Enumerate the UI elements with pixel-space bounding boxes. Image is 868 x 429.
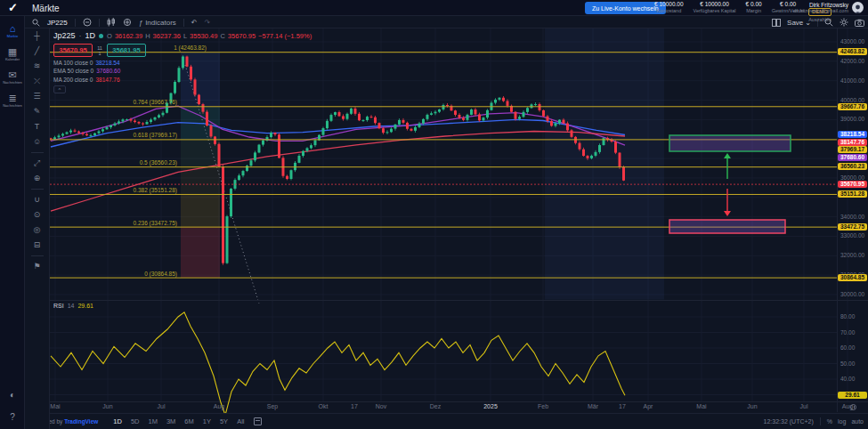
indicator-name: MA 200 close 0 bbox=[53, 77, 93, 83]
drawing-toolbar: ┼╱≋⤫☰✎T☺⤢⊕∪⊙◎⊟⚑ bbox=[25, 28, 50, 429]
pattern-icon[interactable]: ⤫ bbox=[25, 74, 49, 89]
divider bbox=[31, 152, 44, 153]
indicators-button[interactable]: ƒ Indicators bbox=[139, 19, 176, 27]
forecast-icon[interactable]: ☰ bbox=[25, 89, 49, 104]
chart-toolbar: JP225 ƒ Indicators ↶ ↷ bbox=[25, 16, 868, 28]
range-3m[interactable]: 3M bbox=[164, 417, 178, 426]
sell-button[interactable]: 35670.95 bbox=[53, 44, 93, 57]
brush-icon[interactable]: ✎ bbox=[25, 104, 49, 119]
symbol-search-icon[interactable] bbox=[32, 19, 40, 27]
magnet-icon[interactable]: ∪ bbox=[25, 192, 49, 207]
settings-gear-icon[interactable] bbox=[840, 18, 848, 27]
price-grid-label: 41000.00 bbox=[840, 77, 864, 84]
interval-minus-icon[interactable] bbox=[83, 18, 92, 27]
price-label-chip: 35670.95 bbox=[838, 181, 867, 188]
price-grid-label: 43000.00 bbox=[840, 38, 864, 45]
broker-logo-icon: ✓ bbox=[8, 1, 18, 14]
user-info: Dirk Fritzowsky dir.fritzowsky@gmail.com bbox=[793, 2, 848, 14]
lock-icon[interactable]: ⊙ bbox=[25, 207, 49, 223]
svg-text:0.382 (35151.28): 0.382 (35151.28) bbox=[133, 187, 177, 194]
legend-interval[interactable]: 1D bbox=[85, 31, 96, 40]
price-label-chip: 33472.75 bbox=[838, 223, 867, 231]
theme-toggle-icon[interactable]: ◐ bbox=[0, 390, 25, 400]
snapshot-camera-icon[interactable] bbox=[855, 19, 864, 27]
zoom-in-icon[interactable]: ⊕ bbox=[25, 171, 49, 186]
price-grid-label: 39000.00 bbox=[840, 116, 864, 122]
sidebar-item-nachrichten[interactable]: ≣Nachrichten bbox=[0, 93, 25, 109]
indicator-row[interactable]: MA 200 close 038147.76 bbox=[53, 77, 312, 83]
redo-icon[interactable]: ↷ bbox=[205, 19, 211, 27]
fib-retracement-icon[interactable]: ≋ bbox=[25, 59, 49, 74]
rsi-value-chip: 29.61 bbox=[838, 392, 867, 399]
sidebar-item-nachrichten[interactable]: ✉Nachrichten bbox=[0, 69, 25, 85]
price-grid-label: 42000.00 bbox=[840, 58, 864, 64]
text-tool-icon[interactable]: T bbox=[25, 119, 49, 134]
scale-mode-auto[interactable]: auto bbox=[851, 418, 864, 425]
save-button[interactable]: Save⌄ bbox=[787, 19, 811, 27]
trading-platform: ✓ Märkte Zu Live-Konto wechseln € 10000.… bbox=[0, 0, 868, 429]
range-1d[interactable]: 1D bbox=[110, 417, 125, 426]
measure-icon[interactable]: ⤢ bbox=[25, 156, 49, 171]
clock-icon[interactable] bbox=[850, 404, 856, 410]
payout-link[interactable]: Auszahlen bbox=[808, 17, 831, 23]
supply-zone-box[interactable] bbox=[669, 135, 791, 151]
undo-icon[interactable]: ↶ bbox=[191, 19, 198, 27]
time-label: Jun bbox=[102, 403, 112, 409]
indicator-value: 38218.54 bbox=[95, 60, 119, 66]
time-label: Feb bbox=[538, 403, 548, 409]
chart-type-icon[interactable] bbox=[107, 18, 116, 27]
emoji-icon[interactable]: ☺ bbox=[25, 134, 49, 150]
compare-icon[interactable] bbox=[123, 18, 132, 27]
range-all[interactable]: All bbox=[234, 417, 247, 426]
time-label: Jun bbox=[747, 403, 757, 409]
demand-zone-box[interactable] bbox=[669, 220, 785, 233]
time-label: 2025 bbox=[483, 403, 498, 409]
rsi-grid-label: 60.00 bbox=[840, 344, 855, 351]
nav-bottom: ◐? bbox=[0, 377, 25, 422]
range-1y[interactable]: 1Y bbox=[200, 417, 214, 426]
price-label-chip: 30864.85 bbox=[838, 274, 867, 281]
flag-icon[interactable]: ⚑ bbox=[25, 259, 49, 274]
indicator-row[interactable]: MA 100 close 038218.54 bbox=[53, 60, 312, 66]
price-axis[interactable] bbox=[837, 28, 868, 412]
svg-text:0.236 (33472.75): 0.236 (33472.75) bbox=[133, 220, 177, 227]
spread-value: 111 bbox=[93, 45, 107, 56]
timezone-clock[interactable]: 12:32:32 (UTC+2) bbox=[764, 418, 814, 425]
stat-value: € 0.00 bbox=[746, 1, 762, 8]
sidebar-item-label: Nachrichten bbox=[1, 103, 23, 108]
market-open-dot bbox=[99, 34, 103, 38]
trendline-icon[interactable]: ╱ bbox=[25, 44, 49, 59]
buy-button[interactable]: 35681.95 bbox=[107, 44, 146, 57]
range-5d[interactable]: 5D bbox=[128, 417, 142, 426]
indicator-name: MA 100 close 0 bbox=[53, 60, 93, 66]
help-icon[interactable]: ? bbox=[0, 412, 25, 422]
nav-rail: ⌂Märkte▦Kalender✉Nachrichten≣Nachrichten… bbox=[0, 16, 25, 429]
indicator-value: 37680.60 bbox=[96, 68, 120, 74]
range-6m[interactable]: 6M bbox=[182, 417, 196, 426]
legend-symbol[interactable]: Jp225 bbox=[53, 31, 76, 40]
eye-icon[interactable]: ◎ bbox=[25, 223, 49, 238]
svg-text:0.618 (37969.17): 0.618 (37969.17) bbox=[133, 132, 177, 139]
rsi-name[interactable]: RSI bbox=[53, 303, 64, 309]
sidebar-item-märkte[interactable]: ⌂Märkte bbox=[0, 23, 25, 39]
range-1m[interactable]: 1M bbox=[146, 417, 160, 426]
calendar-icon: ▦ bbox=[0, 46, 25, 57]
price-label-chip: 36560.23 bbox=[838, 163, 867, 170]
indicators-label: Indicators bbox=[145, 19, 176, 27]
indicator-row[interactable]: EMA 50 close 037680.60 bbox=[53, 68, 312, 74]
layout-icon[interactable] bbox=[772, 19, 781, 27]
cursor-icon[interactable]: ┼ bbox=[25, 28, 49, 44]
scale-mode-%[interactable]: % bbox=[827, 418, 832, 425]
sidebar-item-kalender[interactable]: ▦Kalender bbox=[0, 46, 25, 62]
go-to-date-icon[interactable] bbox=[254, 417, 262, 425]
stat-label: Margin bbox=[746, 8, 762, 14]
tradingview-brand: TradingView bbox=[64, 418, 98, 425]
range-5y[interactable]: 5Y bbox=[217, 417, 231, 426]
tag-icon[interactable]: ⊟ bbox=[25, 238, 49, 253]
legend-collapse-button[interactable]: ^ bbox=[53, 85, 66, 93]
symbol-name[interactable]: JP225 bbox=[47, 19, 68, 27]
price-grid-label: 36000.00 bbox=[840, 174, 864, 181]
avatar[interactable] bbox=[852, 2, 864, 13]
scale-mode-log[interactable]: log bbox=[838, 418, 846, 425]
time-label: Aug bbox=[214, 403, 224, 409]
